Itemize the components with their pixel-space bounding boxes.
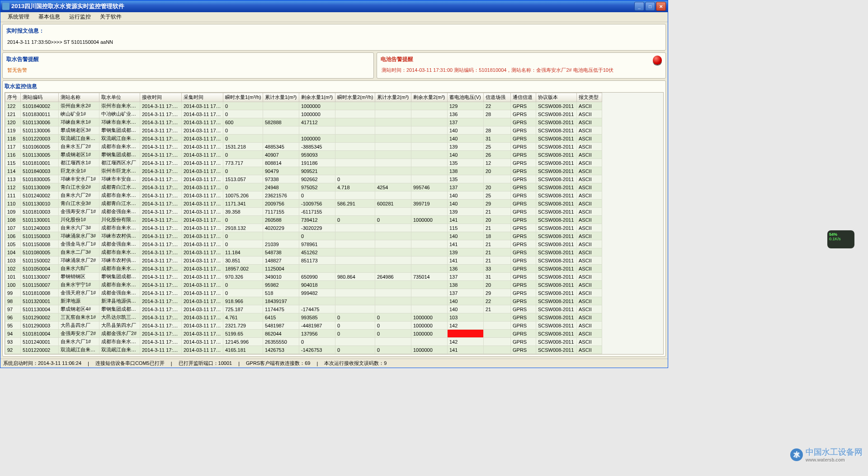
table-cell: 2014-03-11 17:… [182,297,223,305]
table-row[interactable]: 1005101150007自来水宇宁1#成都市自来水…2014-3-11 17:… [5,281,663,289]
titlebar[interactable]: 2013四川国控取水水资源实时监控管理软件 _ □ ✕ [0,0,668,12]
table-row[interactable]: 965101290002三瓦窖自来水1#大邑达尔凯三瓦…2014-3-11 17… [5,313,663,322]
column-header[interactable]: 信道场强 [484,93,511,102]
table-cell [375,240,411,248]
table-row[interactable]: 975101130004攀成钢老区4#攀钢集团成都钢…2014-3-11 17:… [5,305,663,313]
table-cell: 109 [5,208,21,216]
table-cell: 115 [448,224,484,232]
table-cell: 1000000 [411,313,448,322]
table-row[interactable]: 1115101240002自来水六厂2#成都市自来水六A厂2014-3-11 1… [5,191,663,200]
table-cell: 18439197 [263,297,299,305]
column-header[interactable]: 累计水量1(m³) [263,93,299,102]
column-header[interactable]: 协议版本 [536,93,577,102]
table-cell: 29 [484,200,511,208]
table-cell: ASCII [577,102,602,110]
menu-system[interactable]: 系统管理 [3,12,34,22]
table-row[interactable]: 1035101150002邛崃涌泉水厂2#邛崃市农村供水…2014-3-11 1… [5,257,663,265]
network-widget[interactable]: 54% 0.1K/s [827,230,854,248]
table-cell: SCSW008-2011 [536,281,577,289]
table-row[interactable]: 1065101150003邛崃涌泉水厂3#邛崃市农村供水…2014-3-11 1… [5,232,663,240]
table-cell: 25 [484,191,511,200]
column-header[interactable]: 瞬时水量1(m³/h) [223,93,263,102]
column-header[interactable]: 测站编码 [21,93,59,102]
table-cell: GPRS [511,273,536,281]
column-header[interactable]: 剩余水量1(m³) [299,93,335,102]
column-header[interactable]: 接收时间 [140,93,182,102]
column-header[interactable]: 瞬时水量2(m³/h) [335,93,375,102]
table-row[interactable]: 1165101130005攀成钢老区1#攀钢集团成都钢…2014-3-11 17… [5,151,663,159]
table-row[interactable]: 1015101130007攀钢销钢区攀钢集团成都钢…2014-3-11 17:3… [5,273,663,281]
menu-basic[interactable]: 基本信息 [34,12,65,22]
table-cell: 21 [484,257,511,265]
table-cell: 904018 [299,281,335,289]
table-cell: 5101240002 [21,191,59,200]
table-cell: 大邑县四水厂 [59,322,99,330]
table-cell: 91 [5,354,21,355]
table-cell: SCSW008-2011 [536,191,577,200]
table-cell: 2014-03-11 17:… [182,110,223,118]
table-row[interactable]: 925101220002双流岷江自来水2#双流岷江自来水厂2014-3-11 1… [5,346,663,354]
table-cell: ASCII [577,183,602,191]
table-cell: SCSW008-2011 [536,305,577,313]
column-header[interactable]: 取水单位 [99,93,140,102]
table-cell: 119 [5,126,21,135]
table-cell [375,135,411,143]
table-cell: 2321.729 [223,322,263,330]
table-cell: 808814 [263,159,299,167]
table-cell: 20 [484,216,511,224]
column-header[interactable]: 通信信道 [511,93,536,102]
table-row[interactable]: 945101810004金强寿安水厂2#成都金强水厂2#2014-3-11 17… [5,330,663,338]
column-header[interactable]: 采集时间 [182,93,223,102]
table-cell [335,248,375,257]
table-cell: 成都市自来水六B厂 [99,265,140,273]
minimize-button[interactable]: _ [634,2,644,11]
data-table-wrap[interactable]: 序号测站编码测站名称取水单位接收时间采集时间瞬时水量1(m³/h)累计水量1(m… [5,92,664,355]
alerts-row: 取水告警提醒 暂无告警 电池告警提醒 测站时间：2014-03-11 17:31… [2,52,666,79]
table-row[interactable]: 1175101060005自来水五厂2#成都市自来水五厂2014-3-11 17… [5,143,663,151]
table-row[interactable]: 1055101150008金强金马水厂1#成都金强自来水…2014-3-11 1… [5,240,663,248]
table-cell [335,143,375,151]
table-row[interactable]: 1095101810003金强寿安水厂1#成都金强自来水…2014-3-11 1… [5,208,663,216]
table-cell: 23621576 [263,191,299,200]
table-row[interactable]: 1025101050004自来水六B厂成都市自来水六B厂2014-3-11 17… [5,265,663,273]
table-row[interactable]: 1205101130006邛崃自来水1#邛崃市自来水公司2014-3-11 17… [5,118,663,126]
table-cell [299,126,335,135]
table-row[interactable]: 1195101130006攀成钢老区3#攀钢集团成都钢…2014-3-11 17… [5,126,663,135]
column-header[interactable]: 序号 [5,93,21,102]
table-cell: SCSW008-2011 [536,313,577,322]
table-row[interactable]: 915101150009金强金马水厂2#成都金强自来水…2014-3-11 17… [5,354,663,355]
table-row[interactable]: 1135101830005邛崃丰安水厂1#邛崃市丰安自来…2014-3-11 1… [5,175,663,183]
table-cell: ASCII [577,313,602,322]
table-row[interactable]: 1125101130009青白江水业2#成都青白江水业…2014-3-11 17… [5,183,663,191]
table-cell [411,305,448,313]
table-cell [335,305,375,313]
table-row[interactable]: 935101240001自来水六厂1#成都市自来水六厂2014-3-11 17:… [5,338,663,346]
table-row[interactable]: 1155101810001都江堰西水1#都江堰西区水厂2014-3-11 17:… [5,159,663,167]
table-cell: 0 [299,338,335,346]
table-row[interactable]: 1215101830011峡山矿业1#中冶峡山矿业有…2014-3-11 17:… [5,110,663,118]
table-row[interactable]: 1225101840002崇州自来水2#崇州市自来水公司2014-3-11 17… [5,102,663,110]
table-cell [375,224,411,232]
column-header[interactable]: 测站名称 [59,93,99,102]
table-row[interactable]: 1185101220003双流岷江自来水3#双流岷江自来水厂2014-3-11 … [5,135,663,143]
table-row[interactable]: 955101290003大邑县四水厂大邑县第四水厂2014-3-11 17:3…… [5,322,663,330]
table-cell: SCSW008-2011 [536,330,577,338]
table-cell: 成都市自来水六厂 [99,338,140,346]
menu-operation[interactable]: 运行监控 [65,12,95,22]
table-row[interactable]: 1145101840003巨龙水业1#崇州市巨龙水业…2014-3-11 17:… [5,167,663,175]
column-header[interactable]: 累计水量2(m³) [375,93,411,102]
table-cell [335,257,375,265]
table-row[interactable]: 995101810008金强天府水厂1#成都金强自来水…2014-3-11 17… [5,289,663,297]
table-row[interactable]: 1045101080005自来水二厂3#成都市自来水二厂2014-3-11 17… [5,248,663,257]
column-header[interactable]: 剩余水量2(m³) [411,93,448,102]
table-row[interactable]: 1085101130001川化股份1#川化股份有限公…2014-3-11 17:… [5,216,663,224]
table-row[interactable]: 1105101130010青白江水业3#成都青白江水业…2014-3-11 17… [5,200,663,208]
table-row[interactable]: 985101320001新津地源新津县地源供排…2014-3-11 17:3…2… [5,297,663,305]
maximize-button[interactable]: □ [645,2,655,11]
table-row[interactable]: 1075101240003自来水六厂3#成都市自来水六A厂2014-3-11 1… [5,224,663,232]
menu-about[interactable]: 关于软件 [95,12,126,22]
column-header[interactable]: 蓄电池电压(V) [448,93,484,102]
column-header[interactable]: 报文类型 [577,93,602,102]
table-cell: 2014-3-11 17:3… [140,175,182,183]
close-button[interactable]: ✕ [656,2,666,11]
